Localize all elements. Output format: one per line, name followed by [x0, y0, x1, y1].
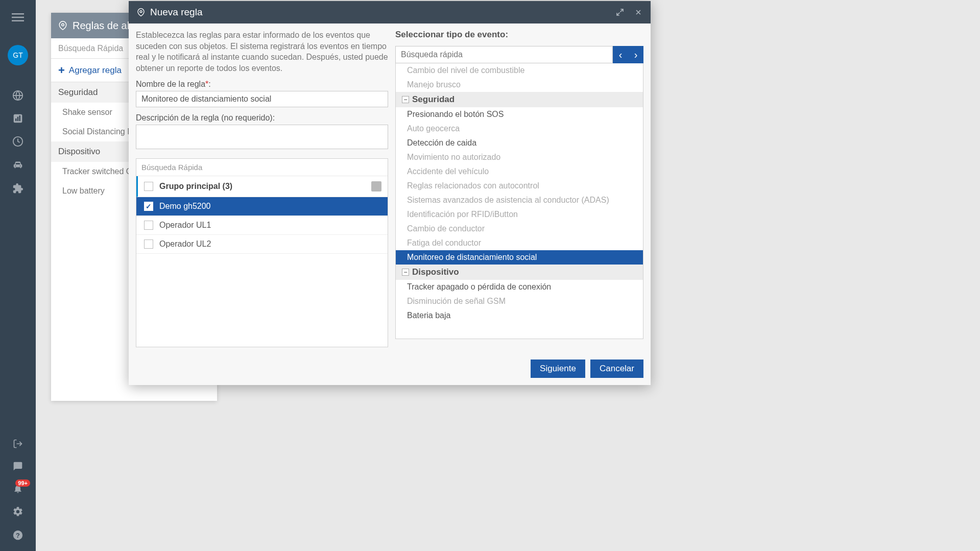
expand-icon[interactable]: [616, 8, 624, 16]
event-type-item[interactable]: Tracker apagado o pérdida de conexión: [396, 280, 643, 294]
next-button[interactable]: Siguiente: [531, 360, 585, 378]
event-category-header[interactable]: −Seguridad: [396, 92, 643, 107]
event-type-item[interactable]: Monitoreo de distanciamiento social: [396, 250, 643, 265]
puzzle-icon[interactable]: [12, 183, 23, 194]
event-type-item: Disminución de señal GSM: [396, 294, 643, 308]
gear-icon[interactable]: [12, 506, 23, 517]
device-checkbox[interactable]: [144, 202, 153, 211]
device-selector: Búsqueda Rápida Grupo principal (3) Demo…: [136, 158, 388, 347]
event-category-header[interactable]: −Dispositivo: [396, 265, 643, 280]
svg-rect-1: [12, 17, 24, 18]
rule-name-input[interactable]: [136, 91, 388, 107]
collapse-icon[interactable]: [371, 181, 381, 191]
event-type-item[interactable]: Detección de caida: [396, 136, 643, 150]
device-item[interactable]: Demo gh5200: [136, 197, 388, 216]
bell-icon[interactable]: 99+: [13, 484, 23, 494]
device-checkbox[interactable]: [144, 239, 153, 249]
event-type-item[interactable]: Bateria baja: [396, 308, 643, 323]
collapse-toggle-icon[interactable]: −: [402, 96, 409, 103]
event-category-label: Dispositivo: [412, 267, 459, 277]
event-type-item: Manejo brusco: [396, 78, 643, 92]
left-sidebar: GT 99+ ?: [0, 0, 36, 551]
event-type-item: Reglas relacionados con autocontrol: [396, 179, 643, 193]
clock-icon[interactable]: [12, 136, 23, 147]
close-icon[interactable]: [634, 8, 642, 16]
next-arrow-icon[interactable]: ›: [628, 46, 643, 63]
svg-rect-5: [15, 118, 17, 121]
event-type-label: Seleccionar tipo de evento:: [395, 30, 643, 40]
event-nav-arrows: ‹ ›: [613, 46, 643, 63]
help-icon[interactable]: ?: [12, 530, 23, 541]
event-type-item[interactable]: Presionando el botón SOS: [396, 107, 643, 122]
chat-icon[interactable]: [13, 461, 23, 471]
chart-icon[interactable]: [13, 113, 23, 124]
dialog-title: Nueva regla: [150, 7, 611, 18]
collapse-toggle-icon[interactable]: −: [402, 269, 409, 276]
device-group-header[interactable]: Grupo principal (3): [136, 176, 388, 197]
device-name: Demo gh5200: [159, 202, 211, 211]
event-type-item: Cambio de conductor: [396, 222, 643, 236]
device-group-name: Grupo principal (3): [159, 182, 365, 191]
new-rule-dialog: Nueva regla Establecezca las reglas para…: [129, 1, 651, 385]
rule-desc-input[interactable]: [136, 125, 388, 149]
event-type-item: Accidente del vehículo: [396, 164, 643, 179]
device-checkbox[interactable]: [144, 221, 153, 230]
event-search-input[interactable]: [395, 46, 613, 63]
rule-name-label: Nombre de la regla*:: [136, 80, 388, 89]
rules-panel-title: Reglas de ale: [73, 20, 135, 32]
avatar[interactable]: GT: [8, 45, 28, 65]
event-category-label: Seguridad: [412, 94, 455, 105]
event-type-item: Auto geocerca: [396, 122, 643, 136]
event-type-item: Movimiento no autorizado: [396, 150, 643, 164]
car-icon[interactable]: [12, 159, 23, 171]
svg-text:?: ?: [16, 532, 20, 539]
event-type-item: Cambio del nivel de combustible: [396, 63, 643, 78]
svg-rect-6: [17, 117, 19, 121]
globe-icon[interactable]: [12, 90, 23, 101]
svg-point-11: [62, 23, 64, 26]
svg-rect-2: [12, 20, 24, 21]
prev-arrow-icon[interactable]: ‹: [613, 46, 628, 63]
exit-icon[interactable]: [13, 439, 23, 449]
event-type-list: Cambio del nivel de combustibleManejo br…: [395, 63, 643, 339]
plus-icon: +: [58, 64, 65, 77]
pin-icon: [137, 8, 145, 16]
hamburger-icon[interactable]: [12, 11, 24, 23]
svg-rect-7: [19, 115, 21, 121]
event-type-item: Fatiga del conductor: [396, 236, 643, 250]
add-rule-label: Agregar regla: [69, 65, 122, 76]
event-type-item: Sistemas avanzados de asistencia al cond…: [396, 193, 643, 207]
device-item[interactable]: Operador UL2: [136, 235, 388, 254]
device-name: Operador UL2: [159, 239, 211, 249]
cancel-button[interactable]: Cancelar: [590, 360, 643, 378]
group-checkbox[interactable]: [144, 182, 153, 191]
notification-badge: 99+: [15, 480, 30, 487]
dialog-header: Nueva regla: [129, 1, 651, 23]
event-type-item: Identificación por RFID/iButton: [396, 207, 643, 222]
dialog-intro: Establecezca las reglas para estar infor…: [136, 30, 388, 74]
pin-icon: [58, 21, 67, 30]
svg-point-12: [140, 11, 142, 13]
rule-desc-label: Descripción de la regla (no requerido):: [136, 113, 388, 123]
svg-rect-0: [12, 13, 24, 15]
device-item[interactable]: Operador UL1: [136, 216, 388, 235]
device-name: Operador UL1: [159, 221, 211, 230]
device-search-input[interactable]: Búsqueda Rápida: [136, 159, 388, 176]
